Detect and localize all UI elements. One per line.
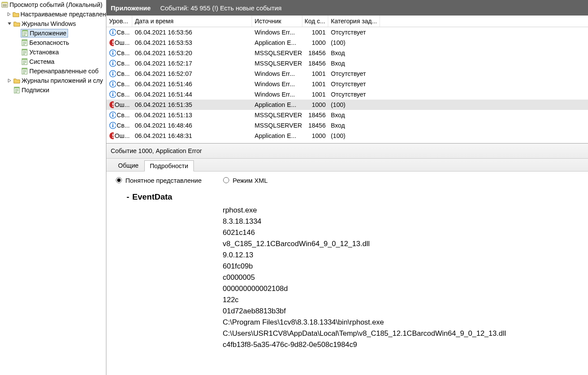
navigation-tree: Просмотр событий (Локальный) Настраиваем… (0, 0, 106, 375)
cell-level: Ош... (115, 132, 130, 139)
tree-root[interactable]: Просмотр событий (Локальный) (0, 0, 106, 9)
cell-code: 1001 (302, 69, 328, 79)
tab-general[interactable]: Общие (112, 160, 144, 171)
folder-icon (13, 20, 21, 27)
tree-windows-logs[interactable]: Журналы Windows (0, 19, 106, 28)
column-header-category[interactable]: Категория зад... (328, 16, 380, 27)
cell-date: 06.04.2021 16:53:53 (132, 38, 252, 48)
view-mode-radios: Понятное представление Режим XML (106, 172, 588, 189)
event-data-title: EventData (132, 192, 172, 202)
info-icon (109, 70, 116, 78)
event-row[interactable]: Св...06.04.2021 16:51:13MSSQLSERVER18456… (106, 110, 588, 120)
event-row[interactable]: Ош...06.04.2021 16:53:53Application E...… (106, 38, 588, 48)
event-data-area: - EventData rphost.exe8.3.18.13346021c14… (106, 189, 588, 375)
cell-date: 06.04.2021 16:51:46 (132, 79, 252, 89)
collapse-toggle-icon[interactable]: - (124, 192, 132, 202)
cell-source: Windows Err... (252, 69, 302, 79)
cell-level: Св... (117, 122, 130, 129)
tab-details[interactable]: Подробности (144, 160, 194, 172)
cell-code: 1001 (302, 89, 328, 100)
column-header-level[interactable]: Уров... (106, 16, 132, 27)
event-row[interactable]: Св...06.04.2021 16:52:07Windows Err...10… (106, 69, 588, 79)
tree-item-security[interactable]: Безопасность (0, 38, 106, 47)
tree-item-system[interactable]: Система (0, 57, 106, 66)
tree-item-forwarded[interactable]: Перенаправленные соб (0, 66, 106, 76)
cell-source: MSSQLSERVER (252, 58, 302, 69)
event-row[interactable]: Св...06.04.2021 16:51:44Windows Err...10… (106, 89, 588, 100)
radio-dot-icon (116, 177, 122, 183)
cell-date: 06.04.2021 16:51:35 (132, 100, 252, 110)
event-data-value: 000000000002108d (223, 284, 588, 293)
grid-body: Св...06.04.2021 16:53:56Windows Err...10… (106, 27, 588, 143)
radio-friendly-view[interactable]: Понятное представление (116, 177, 202, 184)
cell-code: 18456 (302, 110, 328, 120)
cell-category: Отсутствует (328, 27, 380, 38)
cell-category: Отсутствует (328, 69, 380, 79)
info-icon (109, 59, 116, 67)
cell-level: Ош... (115, 101, 130, 108)
event-data-values: rphost.exe8.3.18.13346021c146v8_C185_12.… (124, 206, 588, 349)
cell-code: 1001 (302, 79, 328, 89)
cell-category: (100) (328, 100, 380, 110)
event-row[interactable]: Св...06.04.2021 16:53:56Windows Err...10… (106, 27, 588, 38)
cell-date: 06.04.2021 16:48:31 (132, 131, 252, 141)
cell-code: 1000 (302, 100, 328, 110)
cell-date: 06.04.2021 16:48:46 (132, 120, 252, 131)
event-data-header[interactable]: - EventData (124, 192, 588, 202)
tree-item-setup[interactable]: Установка (0, 47, 106, 57)
event-data-value: 601fc09b (223, 262, 588, 271)
chevron-down-icon[interactable] (6, 22, 13, 26)
main-panel: Приложение Событий: 45 955 (!) Есть новы… (106, 0, 588, 375)
tree-label: Подписки (22, 87, 49, 94)
tree-custom-views[interactable]: Настраиваемые представлен (0, 9, 106, 19)
cell-category: (100) (328, 131, 380, 141)
info-icon (109, 91, 116, 98)
cell-date: 06.04.2021 16:53:20 (132, 48, 252, 58)
error-icon (109, 132, 114, 140)
cell-date: 06.04.2021 16:53:56 (132, 27, 252, 38)
log-icon (21, 30, 29, 37)
event-data-value: c4fb13f8-5a35-476c-9d82-0e508c1984c9 (223, 341, 588, 349)
cell-code: 1000 (302, 38, 328, 48)
column-header-code[interactable]: Код с... (302, 16, 328, 27)
cell-category: Вход (328, 110, 380, 120)
column-header-date[interactable]: Дата и время (132, 16, 252, 27)
tree-label: Безопасность (29, 39, 69, 46)
event-row[interactable]: Ош...06.04.2021 16:51:35Application E...… (106, 100, 588, 110)
radio-xml-view[interactable]: Режим XML (223, 177, 268, 184)
cell-level: Св... (117, 50, 130, 56)
log-icon (21, 68, 28, 75)
cell-level: Св... (117, 81, 130, 88)
tree-app-service-logs[interactable]: Журналы приложений и слу (0, 76, 106, 85)
events-grid: Уров... Дата и время Источник Код с... К… (106, 16, 588, 144)
tree-item-application[interactable]: Приложение (0, 28, 106, 38)
folder-icon (12, 11, 20, 18)
tree-label: Настраиваемые представлен (20, 11, 106, 18)
event-row[interactable]: Св...06.04.2021 16:53:20MSSQLSERVER18456… (106, 48, 588, 58)
tree-label: Перенаправленные соб (29, 68, 99, 75)
column-header-source[interactable]: Источник (252, 16, 302, 27)
event-data-value: 6021c146 (223, 228, 588, 237)
cell-level: Св... (117, 29, 130, 36)
event-data-value: 01d72aeb8813b3bf (223, 307, 588, 316)
cell-source: MSSQLSERVER (252, 110, 302, 120)
cell-source: MSSQLSERVER (252, 48, 302, 58)
cell-level: Св... (117, 60, 130, 67)
chevron-right-icon[interactable] (6, 78, 13, 83)
tree-subscriptions[interactable]: Подписки (0, 85, 106, 95)
chevron-right-icon[interactable] (6, 12, 12, 16)
event-row[interactable]: Св...06.04.2021 16:51:46Windows Err...10… (106, 79, 588, 89)
log-icon (21, 58, 28, 65)
radio-dot-icon (223, 177, 229, 183)
event-data-value: v8_C185_12.1CBarcodWin64_9_0_12_13.dll (223, 240, 588, 248)
event-row[interactable]: Ош...06.04.2021 16:48:31Application E...… (106, 131, 588, 141)
event-row[interactable]: Св...06.04.2021 16:52:17MSSQLSERVER18456… (106, 58, 588, 69)
event-data-value: c0000005 (223, 273, 588, 282)
tree-label: Приложение (30, 30, 66, 37)
cell-code: 18456 (302, 48, 328, 58)
log-count-text: Событий: 45 955 (!) Есть новые события (160, 4, 282, 12)
cell-code: 18456 (302, 58, 328, 69)
event-row[interactable]: Св...06.04.2021 16:48:46MSSQLSERVER18456… (106, 120, 588, 131)
error-icon (109, 39, 114, 47)
cell-source: Application E... (252, 100, 302, 110)
